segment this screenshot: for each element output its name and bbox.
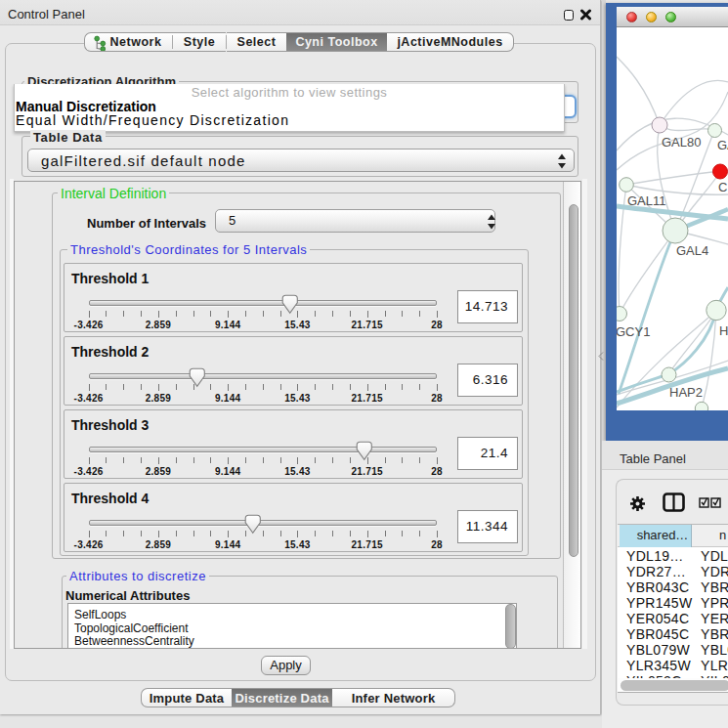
svg-text:GCY1: GCY1 — [617, 324, 650, 339]
svg-text:GAL80: GAL80 — [662, 135, 701, 150]
svg-text:HAP2: HAP2 — [669, 385, 703, 400]
svg-text:GA: GA — [717, 138, 728, 152]
svg-text:H: H — [719, 323, 728, 338]
svg-text:GAL11: GAL11 — [627, 193, 666, 208]
svg-text:GAL4: GAL4 — [676, 243, 708, 258]
svg-text:C: C — [718, 180, 727, 194]
